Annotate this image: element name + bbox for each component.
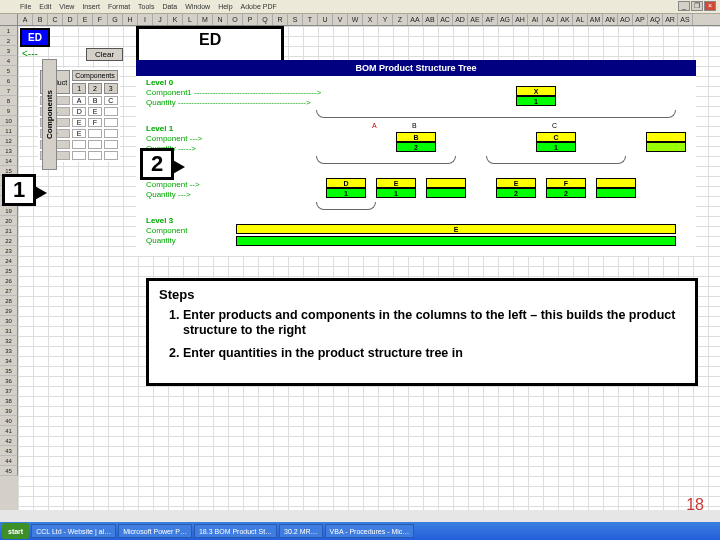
col-I[interactable]: I — [138, 14, 153, 25]
col-AA[interactable]: AA — [408, 14, 423, 25]
menu-data[interactable]: Data — [162, 3, 177, 10]
col-T[interactable]: T — [303, 14, 318, 25]
col-AH[interactable]: AH — [513, 14, 528, 25]
start-button[interactable]: start — [2, 523, 29, 539]
col-S[interactable]: S — [288, 14, 303, 25]
taskbar-item[interactable]: 18.3 BOM Product St… — [194, 524, 277, 538]
level2-quantity-row: Quantity ---> — [146, 190, 191, 199]
tree-qty[interactable] — [646, 142, 686, 152]
tree-node[interactable]: C — [536, 132, 576, 142]
col-AG[interactable]: AG — [498, 14, 513, 25]
col-AF[interactable]: AF — [483, 14, 498, 25]
col-AR[interactable]: AR — [663, 14, 678, 25]
window-close-icon[interactable]: × — [704, 1, 716, 11]
col-AM[interactable]: AM — [588, 14, 603, 25]
col-AI[interactable]: AI — [528, 14, 543, 25]
tree-node[interactable] — [646, 132, 686, 142]
level1-label: Level 1 — [146, 124, 173, 133]
col-AC[interactable]: AC — [438, 14, 453, 25]
col-K[interactable]: K — [168, 14, 183, 25]
col-AL[interactable]: AL — [573, 14, 588, 25]
col-D[interactable]: D — [63, 14, 78, 25]
tree-qty[interactable]: 1 — [516, 96, 556, 106]
col-V[interactable]: V — [333, 14, 348, 25]
tree-node[interactable]: F — [546, 178, 586, 188]
col-AE[interactable]: AE — [468, 14, 483, 25]
tree-qty[interactable] — [596, 188, 636, 198]
col-AS[interactable]: AS — [678, 14, 693, 25]
level0-quantity-row: Quantity -------------------------------… — [146, 98, 311, 107]
col-AK[interactable]: AK — [558, 14, 573, 25]
components-header: Components — [72, 70, 118, 81]
taskbar-item[interactable]: CCL Ltd - Website | al… — [31, 524, 116, 538]
taskbar[interactable]: start CCL Ltd - Website | al… Microsoft … — [0, 522, 720, 540]
tree-qty[interactable]: 1 — [376, 188, 416, 198]
menu-help[interactable]: Help — [218, 3, 232, 10]
col-N[interactable]: N — [213, 14, 228, 25]
tree-node[interactable]: E — [496, 178, 536, 188]
clear-button[interactable]: Clear — [86, 48, 123, 61]
col-Z[interactable]: Z — [393, 14, 408, 25]
tree-qty[interactable]: 2 — [496, 188, 536, 198]
menu-format[interactable]: Format — [108, 3, 130, 10]
menu-adobe[interactable]: Adobe PDF — [241, 3, 277, 10]
comp-col-2: 2 — [88, 83, 102, 94]
col-B[interactable]: B — [33, 14, 48, 25]
menu-window[interactable]: Window — [185, 3, 210, 10]
col-AP[interactable]: AP — [633, 14, 648, 25]
col-L[interactable]: L — [183, 14, 198, 25]
col-U[interactable]: U — [318, 14, 333, 25]
col-Y[interactable]: Y — [378, 14, 393, 25]
col-AN[interactable]: AN — [603, 14, 618, 25]
taskbar-item[interactable]: 30.2 MR… — [279, 524, 322, 538]
col-R[interactable]: R — [273, 14, 288, 25]
col-G[interactable]: G — [108, 14, 123, 25]
col-AO[interactable]: AO — [618, 14, 633, 25]
menu-tools[interactable]: Tools — [138, 3, 154, 10]
col-O[interactable]: O — [228, 14, 243, 25]
col-H[interactable]: H — [123, 14, 138, 25]
comp-col-1: 1 — [72, 83, 86, 94]
tree-node[interactable] — [596, 178, 636, 188]
col-M[interactable]: M — [198, 14, 213, 25]
tree-qty[interactable]: 2 — [396, 142, 436, 152]
menu-view[interactable]: View — [59, 3, 74, 10]
col-W[interactable]: W — [348, 14, 363, 25]
tree-qty[interactable]: 1 — [536, 142, 576, 152]
tree-node[interactable]: X — [516, 86, 556, 96]
menu-insert[interactable]: Insert — [82, 3, 100, 10]
menu-bar[interactable]: File Edit View Insert Format Tools Data … — [0, 0, 720, 14]
col-J[interactable]: J — [153, 14, 168, 25]
tree-qty[interactable]: 1 — [326, 188, 366, 198]
menu-edit[interactable]: Edit — [39, 3, 51, 10]
tree-node[interactable]: D — [326, 178, 366, 188]
back-arrow-icon[interactable]: <--- — [22, 48, 38, 59]
tree-qty[interactable]: 2 — [546, 188, 586, 198]
comp-col-3: 3 — [104, 83, 118, 94]
col-AJ[interactable]: AJ — [543, 14, 558, 25]
column-headers: A B C D E F G H I J K L M N O P Q R S T … — [0, 14, 720, 26]
window-minimize-icon[interactable]: _ — [678, 1, 690, 11]
col-AQ[interactable]: AQ — [648, 14, 663, 25]
tree-node[interactable] — [426, 178, 466, 188]
col-F[interactable]: F — [93, 14, 108, 25]
col-AB[interactable]: AB — [423, 14, 438, 25]
tree-node[interactable]: E — [236, 224, 676, 234]
tree-node[interactable]: E — [376, 178, 416, 188]
col-A[interactable]: A — [18, 14, 33, 25]
col-X[interactable]: X — [363, 14, 378, 25]
tree-qty[interactable] — [236, 236, 676, 246]
taskbar-item[interactable]: Microsoft Power P… — [118, 524, 192, 538]
level3-component-row: Component — [146, 226, 187, 235]
tree-node[interactable]: B — [396, 132, 436, 142]
col-AD[interactable]: AD — [453, 14, 468, 25]
ed-cell[interactable]: ED — [20, 28, 50, 47]
col-E[interactable]: E — [78, 14, 93, 25]
window-restore-icon[interactable]: ❐ — [691, 1, 703, 11]
tree-qty[interactable] — [426, 188, 466, 198]
col-P[interactable]: P — [243, 14, 258, 25]
col-C[interactable]: C — [48, 14, 63, 25]
menu-file[interactable]: File — [20, 3, 31, 10]
col-Q[interactable]: Q — [258, 14, 273, 25]
taskbar-item[interactable]: VBA - Procedures - Mic… — [325, 524, 415, 538]
